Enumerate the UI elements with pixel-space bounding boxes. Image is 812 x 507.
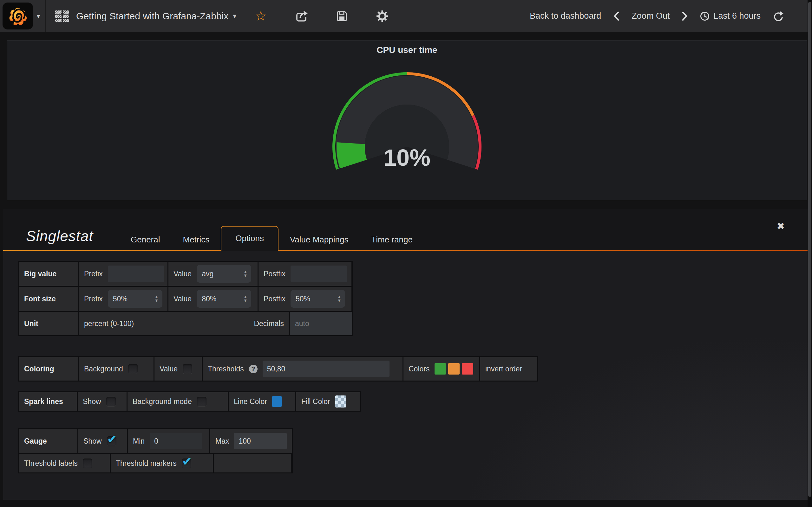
threshold-color-swatches — [435, 363, 473, 375]
editor-options-body: Big value Prefix Value avg ▲▼ Postfix — [3, 251, 808, 500]
close-editor-icon[interactable]: ✖ — [777, 221, 785, 232]
dashboard-grid-icon[interactable] — [55, 10, 69, 22]
threshold-labels-checkbox[interactable]: ✔ — [83, 458, 92, 468]
colors-label: Colors — [409, 365, 429, 373]
time-range-picker[interactable]: Last 6 hours — [700, 11, 761, 21]
min-label: Min — [133, 437, 145, 446]
big-value-prefix-input[interactable] — [108, 266, 164, 282]
thresholds-label: Thresholds — [208, 365, 244, 373]
orange-color-swatch[interactable] — [448, 363, 460, 375]
share-icon[interactable] — [295, 10, 308, 22]
unit-label: Unit — [19, 312, 78, 335]
time-range-label: Last 6 hours — [713, 11, 761, 21]
font-size-prefix-select[interactable]: 50% ▲▼ — [108, 290, 162, 308]
line-color-swatch[interactable] — [272, 396, 282, 407]
tab-options[interactable]: Options — [221, 226, 278, 251]
coloring-background-cell: Background ✔ — [79, 357, 154, 381]
help-icon[interactable]: ? — [249, 365, 258, 373]
red-color-swatch[interactable] — [462, 363, 473, 375]
gauge-options-block: Gauge Show ✔ Min Max Threshold labels ✔ — [18, 428, 293, 473]
tab-value-mappings[interactable]: Value Mappings — [278, 228, 360, 251]
thresholds-input[interactable] — [263, 360, 390, 377]
threshold-labels-label: Threshold labels — [24, 459, 78, 468]
value-label: Value — [173, 270, 192, 278]
big-value-label: Big value — [19, 262, 78, 286]
tab-metrics[interactable]: Metrics — [171, 228, 221, 251]
value-stat-selected: avg — [202, 270, 213, 278]
gauge-show-cell: Show ✔ — [78, 429, 127, 453]
font-size-postfix-cell: Postfix 50% ▲▼ — [258, 287, 351, 311]
gauge-max-input[interactable] — [234, 433, 287, 449]
big-value-postfix-cell: Postfix — [258, 262, 351, 286]
tab-general[interactable]: General — [119, 228, 171, 251]
logo-dropdown-caret[interactable]: ▾ — [37, 12, 40, 20]
save-icon[interactable] — [336, 10, 348, 22]
spark-lines-row: Spark lines Show ✔ Background mode ✔ Lin… — [19, 392, 360, 411]
value-checkbox[interactable]: ✔ — [183, 364, 192, 374]
background-label: Background — [84, 365, 123, 373]
spinner-icon: ▲▼ — [337, 295, 341, 302]
value-stat-select[interactable]: avg ▲▼ — [197, 265, 251, 283]
fill-color-cell: Fill Color — [296, 392, 360, 411]
gauge-chart: 10% — [331, 71, 483, 178]
value-options-block: Big value Prefix Value avg ▲▼ Postfix — [18, 261, 353, 336]
font-size-row: Font size Prefix 50% ▲▼ Value 80% ▲▼ — [19, 287, 352, 311]
threshold-markers-cell: Threshold markers ✔ — [111, 454, 213, 472]
dashboard-title-caret[interactable]: ▾ — [233, 12, 236, 20]
postfix-label: Postfix — [264, 295, 286, 303]
chevron-right-icon[interactable] — [681, 11, 688, 21]
tab-time-range[interactable]: Time range — [360, 228, 424, 251]
font-size-value-cell: Value 80% ▲▼ — [168, 287, 258, 311]
back-to-dashboard-link[interactable]: Back to dashboard — [530, 11, 601, 21]
big-value-prefix-cell: Prefix — [79, 262, 167, 286]
thresholds-cell: Thresholds ? — [203, 357, 403, 381]
top-navbar: ▾ Getting Started with Grafana-Zabbix ▾ … — [0, 0, 808, 32]
decimals-label: Decimals — [254, 320, 284, 328]
gauge-min-input[interactable] — [150, 433, 202, 449]
refresh-icon[interactable] — [773, 11, 783, 21]
spark-background-mode-cell: Background mode ✔ — [128, 392, 228, 411]
line-color-label: Line Color — [234, 397, 267, 406]
panel-title[interactable]: CPU user time — [7, 45, 807, 55]
show-label: Show — [84, 437, 102, 446]
font-size-value-select[interactable]: 80% ▲▼ — [197, 290, 251, 308]
spark-lines-block: Spark lines Show ✔ Background mode ✔ Lin… — [18, 391, 361, 412]
value-label: Value — [173, 295, 192, 303]
grafana-flame-icon — [6, 5, 29, 27]
page-scrollbar[interactable] — [808, 0, 812, 507]
dashboard-title[interactable]: Getting Started with Grafana-Zabbix — [76, 11, 229, 21]
invert-order-cell: invert order — [480, 357, 537, 381]
threshold-labels-cell: Threshold labels ✔ — [19, 454, 110, 472]
coloring-block: Coloring Background ✔ Value ✔ Thresholds… — [18, 356, 538, 382]
spinner-icon: ▲▼ — [243, 295, 247, 302]
background-mode-checkbox[interactable]: ✔ — [197, 397, 206, 406]
decimals-input[interactable] — [295, 315, 346, 332]
big-value-postfix-input[interactable] — [291, 266, 347, 282]
gauge-row: Gauge Show ✔ Min Max — [19, 429, 292, 453]
chevron-left-icon[interactable] — [613, 11, 619, 21]
invert-order-button[interactable]: invert order — [485, 365, 522, 373]
prefix-label: Prefix — [84, 270, 103, 278]
unit-row: Unit percent (0-100) Decimals — [19, 312, 352, 335]
threshold-options-row: Threshold labels ✔ Threshold markers ✔ — [19, 454, 292, 472]
green-color-swatch[interactable] — [435, 363, 446, 375]
unit-select[interactable]: percent (0-100) — [84, 320, 134, 328]
spark-lines-label: Spark lines — [19, 392, 77, 411]
settings-gear-icon[interactable] — [376, 10, 389, 22]
navbar-separator — [45, 0, 46, 32]
grafana-logo[interactable] — [3, 3, 33, 30]
selected-value: 80% — [202, 295, 216, 303]
zoom-out-button[interactable]: Zoom Out — [631, 11, 670, 21]
postfix-label: Postfix — [264, 270, 286, 278]
decimals-cell — [290, 312, 352, 335]
threshold-markers-checkbox[interactable]: ✔ — [182, 458, 191, 468]
font-size-postfix-select[interactable]: 50% ▲▼ — [291, 290, 345, 308]
spark-show-cell: Show ✔ — [78, 392, 126, 411]
star-icon[interactable]: ☆ — [255, 10, 267, 22]
fill-color-swatch[interactable] — [335, 395, 346, 407]
gauge-show-checkbox[interactable]: ✔ — [107, 436, 116, 446]
background-checkbox[interactable]: ✔ — [128, 364, 138, 374]
coloring-value-cell: Value ✔ — [154, 357, 202, 381]
spark-show-checkbox[interactable]: ✔ — [106, 397, 116, 406]
scrollbar-thumb[interactable] — [808, 2, 811, 497]
